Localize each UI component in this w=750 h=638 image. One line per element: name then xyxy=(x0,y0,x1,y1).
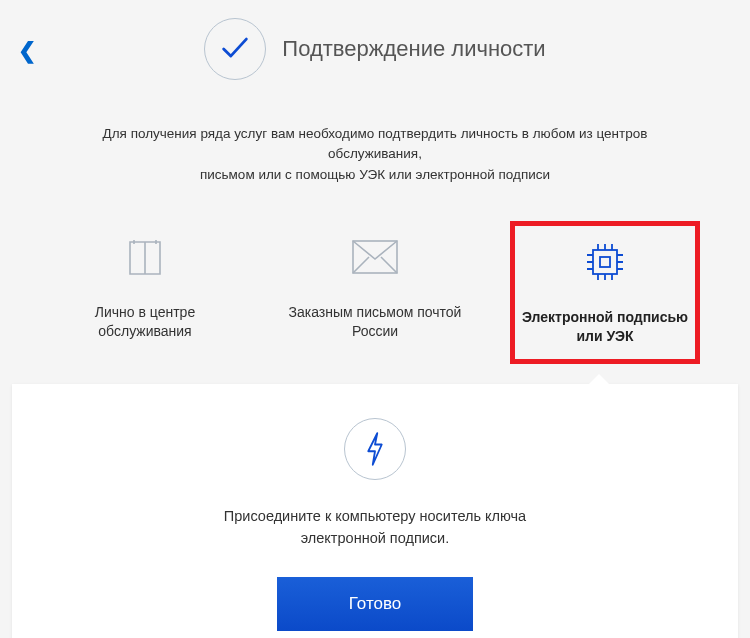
lightning-icon xyxy=(344,418,406,480)
envelope-icon xyxy=(286,231,464,283)
svg-rect-1 xyxy=(593,250,617,274)
panel-instruction: Присоедините к компьютеру носитель ключа… xyxy=(32,506,718,550)
subtitle-line-1: Для получения ряда услуг вам необходимо … xyxy=(103,126,648,161)
verification-options: Лично в центре обслуживания Заказным пис… xyxy=(0,221,750,364)
back-button[interactable]: ❮ xyxy=(18,38,36,64)
page-title: Подтверждение личности xyxy=(282,36,545,62)
page-subtitle: Для получения ряда услуг вам необходимо … xyxy=(55,124,695,185)
book-icon xyxy=(56,231,234,283)
svg-rect-2 xyxy=(600,257,610,267)
instruction-line-2: электронной подписи. xyxy=(301,530,449,546)
subtitle-line-2: письмом или с помощью УЭК или электронно… xyxy=(200,167,550,182)
option-registered-mail[interactable]: Заказным письмом почтой России xyxy=(280,221,470,364)
action-panel: Присоедините к компьютеру носитель ключа… xyxy=(12,384,738,638)
page-header: Подтверждение личности xyxy=(0,0,750,94)
option-label: Заказным письмом почтой России xyxy=(286,303,464,342)
instruction-line-1: Присоедините к компьютеру носитель ключа xyxy=(224,508,526,524)
ready-button[interactable]: Готово xyxy=(277,577,474,631)
option-label: Электронной подписью или УЭК xyxy=(521,308,689,347)
option-label: Лично в центре обслуживания xyxy=(56,303,234,342)
option-electronic-signature[interactable]: Электронной подписью или УЭК xyxy=(510,221,700,364)
chip-icon xyxy=(521,236,689,288)
option-service-center[interactable]: Лично в центре обслуживания xyxy=(50,221,240,364)
check-icon xyxy=(204,18,266,80)
